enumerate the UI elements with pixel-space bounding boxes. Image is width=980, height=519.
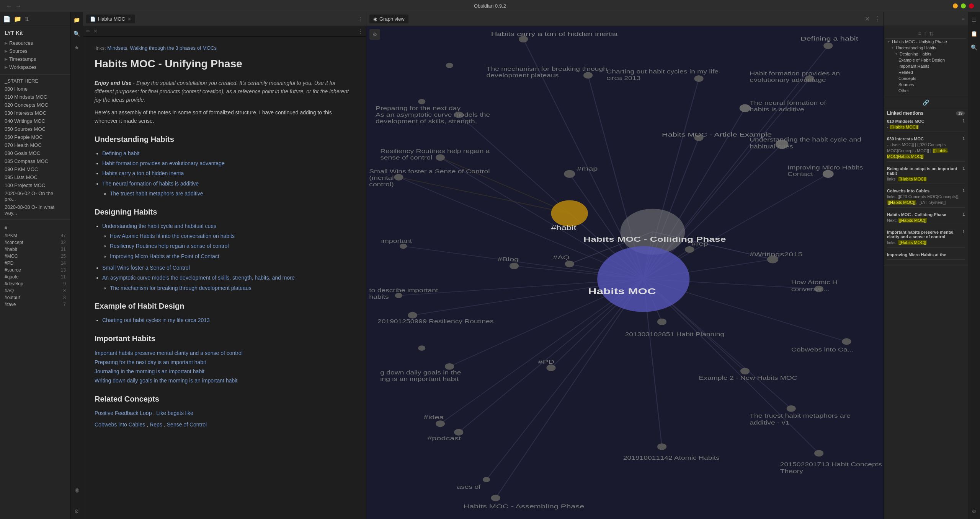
linked-mention-adapt-title[interactable]: Being able to adapt is an important habi… [887, 166, 965, 176]
sidebar-item-6[interactable]: 050 Sources MOC [0, 125, 70, 133]
graph-tab-close[interactable]: ✕ [865, 15, 870, 23]
sort-outline-icon[interactable]: ⇅ [929, 31, 934, 37]
linked-mention-preserve-title[interactable]: Important habits preserve mental clarity… [887, 230, 965, 239]
linked-mentions-header[interactable]: Linked mentions 19 [887, 111, 965, 116]
minimize-btn[interactable] [953, 3, 958, 8]
sidebar-item-14[interactable]: 2020-06-02 O- On the pro... [0, 189, 70, 203]
tag-row-7[interactable]: #develop9 [5, 280, 66, 287]
right-panel-icon1[interactable]: ≡ [962, 16, 965, 22]
toolbar-more[interactable]: ⋮ [358, 28, 363, 34]
link-cobwebs[interactable]: Cobwebs into Cables [95, 420, 145, 429]
tag-row-6[interactable]: #quote11 [5, 273, 66, 280]
settings-icon-left[interactable]: ⚙ [72, 507, 82, 516]
sidebar-item-7[interactable]: 060 People MOC [0, 133, 70, 141]
editor-tab-habits-moc[interactable]: 📄 Habits MOC ✕ [86, 15, 135, 23]
outline-item-example[interactable]: Example of Habit Design [897, 57, 966, 63]
link-atomic-habits[interactable]: How Atomic Habits fit into the conversat… [110, 233, 235, 239]
link-mindsets[interactable]: Mindsets [107, 45, 127, 51]
link-charting[interactable]: Charting out habit cycles in my life cir… [102, 317, 210, 323]
sidebar-item-4[interactable]: 030 Interests MOC [0, 109, 70, 117]
linked-mention-colliding-title[interactable]: Habits MOC - Colliding Phase 1 [887, 212, 965, 217]
outline-item-important[interactable]: Important Habits [897, 63, 966, 69]
tag-row-1[interactable]: #concept32 [5, 239, 66, 246]
graph-settings-btn[interactable]: ⚙ [369, 29, 380, 40]
new-file-icon[interactable]: 📄 [3, 15, 11, 23]
link-habits-inertia[interactable]: Habits carry a ton of hidden inertia [102, 170, 184, 176]
right-icon-3[interactable]: 🔍 [970, 43, 979, 52]
outline-item-concepts[interactable]: Concepts [897, 75, 966, 81]
link-phases[interactable]: Walking through the 3 phases of MOCs [130, 45, 217, 51]
sidebar-item-resources[interactable]: ▶ Resources [0, 39, 70, 47]
sidebar-item-3[interactable]: 020 Concepts MOC [0, 101, 70, 109]
sidebar-item-5[interactable]: 040 Writings MOC [0, 117, 70, 125]
tag-row-5[interactable]: #source13 [5, 267, 66, 273]
right-icon-settings[interactable]: ⚙ [970, 507, 979, 516]
sidebar-item-2[interactable]: 010 Mindsets MOC [0, 93, 70, 101]
star-icon[interactable]: ★ [72, 43, 82, 52]
maximize-btn[interactable] [961, 3, 966, 8]
link-defining[interactable]: Defining a habit [102, 150, 139, 156]
close-btn[interactable] [969, 3, 974, 8]
nav-forward-icon[interactable]: → [15, 3, 21, 10]
link-dev-plateaus[interactable]: The mechanism for breaking through devel… [110, 285, 252, 291]
tag-row-2[interactable]: #habit31 [5, 246, 66, 253]
outline-item-related[interactable]: Related [897, 69, 966, 75]
sidebar-item-sources-section[interactable]: ▶ Sources [0, 47, 70, 55]
outline-item-understanding[interactable]: ▼ Understanding Habits [889, 45, 966, 51]
link-important-habits3[interactable]: Journaling in the morning is an importan… [95, 368, 204, 374]
link-important-habits4[interactable]: Writing down daily goals in the morning … [95, 377, 237, 384]
files-icon[interactable]: 📁 [72, 15, 82, 24]
sort-icon[interactable]: ⇅ [24, 16, 29, 22]
tag-row-3[interactable]: #MOC25 [5, 253, 66, 260]
outline-item-other[interactable]: Other [897, 88, 966, 94]
graph-tab-more[interactable]: ⋮ [874, 15, 880, 23]
search-icon[interactable]: 🔍 [72, 29, 82, 38]
list-icon[interactable]: ≡ [918, 31, 921, 37]
linked-mention-cobwebs-title[interactable]: Cobwebs into Cables 1 [887, 189, 965, 193]
link-neural-formation[interactable]: The neural formation of habits is additi… [102, 181, 199, 187]
sidebar-item-15[interactable]: 2020-08-08 O- In what way... [0, 203, 70, 217]
link-icon[interactable]: 🔗 [923, 99, 929, 106]
link-important-habits2[interactable]: Preparing for the next day is an importa… [95, 359, 206, 365]
link-positive-feedback[interactable]: Positive Feedback Loop [95, 409, 152, 417]
right-icon-2[interactable]: 📋 [970, 29, 979, 38]
link-sense-control[interactable]: Sense of Control [167, 420, 207, 429]
edit-icon[interactable]: ✏ [86, 28, 90, 34]
sidebar-item-0[interactable]: _START HERE [0, 77, 70, 85]
sidebar-item-timestamps[interactable]: ▶ Timestamps [0, 55, 70, 63]
link-asymptotic[interactable]: An asymptotic curve models the developme… [102, 275, 295, 281]
link-small-wins[interactable]: Small Wins foster a Sense of Control [102, 265, 190, 271]
link-important-habits1[interactable]: Important habits preserve mental clarity… [95, 350, 243, 356]
tab-close-btn[interactable]: ✕ [127, 16, 131, 22]
toolbar-close[interactable]: ✕ [93, 28, 98, 34]
linked-mention-mindsets-title[interactable]: 010 Mindsets MOC 1 [887, 119, 965, 124]
sidebar-item-1[interactable]: 000 Home [0, 85, 70, 93]
outline-item-unifying[interactable]: ▼ Habits MOC - Unifying Phase [885, 39, 966, 45]
right-icon-1[interactable]: ☰ [970, 15, 979, 24]
link-truest-metaphors[interactable]: The truest habit metaphors are additive [110, 190, 203, 197]
linked-mention-micro-title[interactable]: Improving Micro Habits at the [887, 252, 965, 257]
sidebar-item-9[interactable]: 080 Goals MOC [0, 149, 70, 157]
open-folder-icon[interactable]: 📁 [14, 15, 21, 23]
link-habit-formation[interactable]: Habit formation provides an evolutionary… [102, 160, 225, 166]
outline-item-designing[interactable]: ▼ Designing Habits [893, 51, 966, 57]
linked-mention-interests-title[interactable]: 030 Interests MOC 1 [887, 137, 965, 141]
link-habit-cycle[interactable]: Understanding the habit cycle and habitu… [102, 223, 216, 229]
sidebar-item-8[interactable]: 070 Health MOC [0, 141, 70, 149]
tag-row-9[interactable]: #output8 [5, 294, 66, 301]
tag-row-0[interactable]: #PKM47 [5, 232, 66, 239]
link-reps[interactable]: Reps [150, 420, 162, 429]
sidebar-item-11[interactable]: 090 PKM MOC [0, 165, 70, 173]
link-micro-habits[interactable]: Improving Micro Habits at the Point of C… [110, 253, 219, 259]
tag-row-8[interactable]: #AQ8 [5, 287, 66, 294]
sidebar-item-13[interactable]: 100 Projects MOC [0, 181, 70, 189]
heading-icon[interactable]: T [923, 31, 927, 37]
graph-tab[interactable]: ◉ Graph view [369, 15, 408, 23]
sidebar-item-10[interactable]: 085 Compass MOC [0, 157, 70, 165]
link-resiliency[interactable]: Resiliency Routines help regain a sense … [110, 243, 229, 249]
graph-icon-left[interactable]: ◉ [72, 485, 82, 495]
sidebar-item-workspaces[interactable]: ▶ Workspaces [0, 63, 70, 71]
link-like-begets[interactable]: Like begets like [156, 409, 193, 417]
titlebar-nav[interactable]: ← → [6, 3, 21, 10]
nav-back-icon[interactable]: ← [6, 3, 12, 10]
